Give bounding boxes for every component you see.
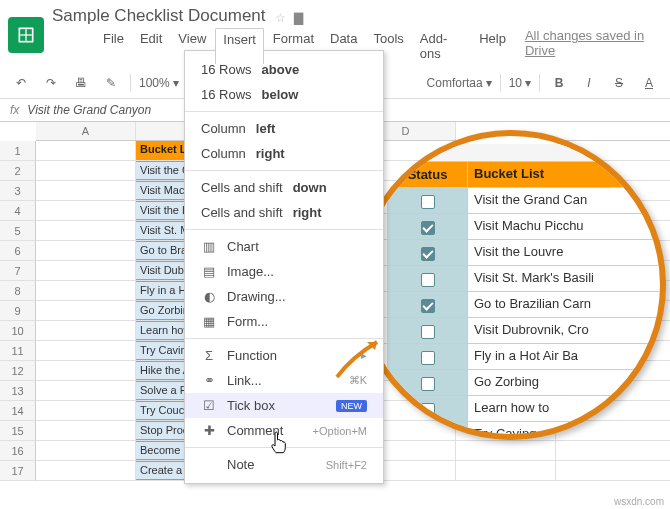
menu-edit[interactable]: Edit [133,28,169,64]
mag-bucket-cell[interactable]: Try Caving [468,422,666,440]
insert-function[interactable]: ΣFunction▸ [185,343,383,368]
mag-checkbox[interactable] [388,266,468,291]
cell[interactable] [36,381,136,400]
cell[interactable] [36,261,136,280]
menu-addons[interactable]: Add-ons [413,28,470,64]
mag-checkbox[interactable] [388,422,468,440]
row-head[interactable]: 2 [0,161,36,181]
font-size-select[interactable]: 10 ▾ [509,76,531,90]
mag-bucket-cell[interactable]: Visit the Louvre [468,240,666,265]
bold-button[interactable]: B [548,72,570,94]
new-badge: NEW [336,400,367,412]
mag-checkbox[interactable] [388,188,468,213]
mag-checkbox[interactable] [388,396,468,421]
row-head[interactable]: 1 [0,141,36,161]
row-head[interactable]: 8 [0,281,36,301]
cell[interactable] [36,281,136,300]
row-head[interactable]: 16 [0,441,36,461]
mag-bucket-cell[interactable]: Fly in a Hot Air Ba [468,344,666,369]
row-head[interactable]: 5 [0,221,36,241]
save-status[interactable]: All changes saved in Drive [525,28,662,64]
menu-help[interactable]: Help [472,28,513,64]
font-select[interactable]: Comfortaa ▾ [427,76,492,90]
row-head[interactable]: 11 [0,341,36,361]
row-head[interactable]: 12 [0,361,36,381]
chevron-down-icon: ▾ [486,76,492,90]
mag-checkbox[interactable] [388,318,468,343]
insert-column-right[interactable]: Column right [185,141,383,166]
formula-input[interactable]: Visit the Grand Canyon [27,103,151,117]
cell[interactable] [36,221,136,240]
cell[interactable] [36,141,136,160]
cell[interactable] [36,361,136,380]
cell[interactable] [36,421,136,440]
mag-row: 4Visit the Louvre [362,240,666,266]
cell[interactable] [36,301,136,320]
insert-column-left[interactable]: Column left [185,116,383,141]
mag-checkbox[interactable] [388,240,468,265]
cell[interactable] [36,341,136,360]
cell[interactable] [456,441,556,460]
comment-icon: ✚ [201,423,217,438]
cell[interactable] [456,461,556,480]
italic-button[interactable]: I [578,72,600,94]
doc-title[interactable]: Sample Checklist Document [52,4,266,27]
menu-file[interactable]: File [96,28,131,64]
cell[interactable] [36,401,136,420]
cell[interactable] [36,321,136,340]
redo-button[interactable]: ↷ [40,72,62,94]
text-color-button[interactable]: A [638,72,660,94]
mag-bucket-cell[interactable]: Visit Dubrovnik, Cro [468,318,666,343]
row-head[interactable]: 3 [0,181,36,201]
cell[interactable] [36,441,136,460]
strike-button[interactable]: S [608,72,630,94]
cell[interactable] [36,161,136,180]
mag-checkbox[interactable] [388,214,468,239]
insert-rows-below[interactable]: 16 Rows below [185,82,383,107]
row-head[interactable]: 14 [0,401,36,421]
insert-comment[interactable]: ✚Comment+Option+M [185,418,383,443]
row-head[interactable]: 9 [0,301,36,321]
mag-checkbox[interactable] [388,292,468,317]
row-head[interactable]: 15 [0,421,36,441]
paint-button[interactable]: ✎ [100,72,122,94]
col-head-a[interactable]: A [36,122,136,140]
mag-bucket-cell[interactable]: Visit Machu Picchu [468,214,666,239]
insert-cells-right[interactable]: Cells and shift right [185,200,383,225]
insert-menu-dropdown: 16 Rows above 16 Rows below Column left … [184,50,384,484]
star-icon[interactable]: ☆ [275,11,286,25]
mag-bucket-cell[interactable]: Learn how to [468,396,666,421]
menu-separator [185,170,383,171]
print-button[interactable]: 🖶 [70,72,92,94]
row-head[interactable]: 17 [0,461,36,481]
undo-button[interactable]: ↶ [10,72,32,94]
insert-chart[interactable]: ▥Chart [185,234,383,259]
mag-checkbox[interactable] [388,344,468,369]
row-head[interactable]: 13 [0,381,36,401]
row-head[interactable]: 4 [0,201,36,221]
chevron-down-icon: ▾ [173,76,179,90]
mag-bucket-cell[interactable]: Go Zorbing [468,370,666,395]
mag-bucket-cell[interactable]: Visit St. Mark's Basili [468,266,666,291]
folder-icon[interactable]: ▇ [294,11,303,25]
cell[interactable] [36,241,136,260]
insert-link[interactable]: ⚭Link...⌘K [185,368,383,393]
zoom-select[interactable]: 100% ▾ [139,76,179,90]
cell[interactable] [36,461,136,480]
menu-insert[interactable]: Insert [215,28,264,64]
mag-col-a: A [388,144,468,161]
insert-cells-down[interactable]: Cells and shift down [185,175,383,200]
cell[interactable] [36,201,136,220]
insert-note[interactable]: NoteShift+F2 [185,452,383,477]
mag-bucket-cell[interactable]: Visit the Grand Can [468,188,666,213]
row-head[interactable]: 7 [0,261,36,281]
insert-form[interactable]: ▦Form... [185,309,383,334]
row-head[interactable]: 6 [0,241,36,261]
insert-image[interactable]: ▤Image... [185,259,383,284]
mag-checkbox[interactable] [388,370,468,395]
row-head[interactable]: 10 [0,321,36,341]
cell[interactable] [36,181,136,200]
insert-tickbox[interactable]: ☑Tick boxNEW [185,393,383,418]
insert-drawing[interactable]: ◐Drawing... [185,284,383,309]
mag-bucket-cell[interactable]: Go to Brazilian Carn [468,292,666,317]
